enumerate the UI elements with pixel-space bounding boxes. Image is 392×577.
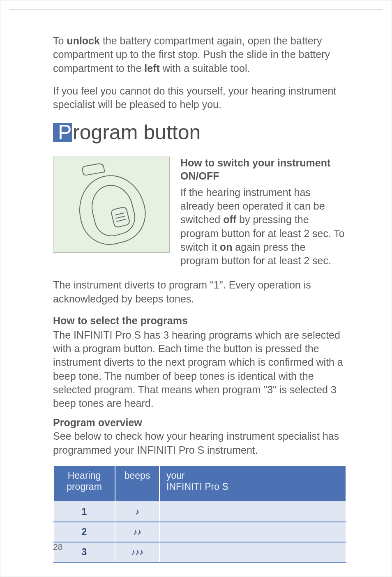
cell-program-num: 3	[53, 542, 115, 562]
text: Hearing	[68, 470, 101, 481]
onoff-title: How to switch your instrument ON/OFF	[180, 157, 346, 182]
device-tab-icon	[81, 163, 105, 176]
device-body-icon	[71, 168, 152, 251]
select-body: The INFINITI Pro S has 3 hearing program…	[53, 328, 346, 411]
device-inner-icon	[87, 180, 139, 240]
device-illustration	[53, 157, 170, 253]
onoff-body: If the hearing instrument has already be…	[180, 186, 346, 268]
heading-first-char: P	[55, 120, 76, 144]
table-row: 1 ♪	[53, 502, 346, 522]
cell-program-num: 2	[53, 522, 115, 542]
text: To	[53, 35, 67, 46]
image-text-row: How to switch your instrument ON/OFF If …	[53, 157, 346, 268]
th-hearing-program: Hearing program	[53, 466, 115, 502]
th-beeps: beeps	[115, 466, 159, 502]
table-row: 3 ♪♪♪	[53, 542, 346, 562]
cell-beeps: ♪♪♪	[115, 542, 159, 562]
th-your-device: your INFINITI Pro S	[159, 466, 346, 502]
text: INFINITI Pro S	[166, 481, 228, 492]
page-number: 28	[53, 542, 62, 552]
divert-para: The instrument diverts to program "1". E…	[53, 278, 346, 306]
overview-body: See below to check how your hearing inst…	[53, 429, 346, 457]
bold-off: off	[223, 214, 236, 225]
table-row: 2 ♪♪	[53, 522, 346, 542]
bold-unlock: unlock	[67, 35, 100, 46]
section-heading-wrap: Program button	[53, 120, 346, 144]
select-title: How to select the programs	[53, 315, 346, 327]
text: your	[166, 470, 185, 481]
cell-user-value	[159, 542, 346, 562]
heading-rest: rogram button	[73, 121, 201, 144]
program-table: Hearing program beeps your INFINITI Pro …	[53, 465, 346, 563]
intro-para-1: To unlock the battery compartment again,…	[53, 34, 346, 75]
overview-title: Program overview	[53, 417, 346, 429]
table-header-row: Hearing program beeps your INFINITI Pro …	[53, 466, 346, 502]
device-button-icon	[110, 206, 131, 228]
bold-left: left	[144, 62, 160, 74]
cell-user-value	[159, 522, 346, 542]
cell-beeps: ♪♪	[115, 522, 159, 542]
onoff-text: How to switch your instrument ON/OFF If …	[180, 157, 346, 268]
section-heading: Program button	[55, 120, 201, 144]
top-rule	[9, 9, 383, 10]
bold-on: on	[220, 241, 233, 253]
cell-user-value	[159, 502, 346, 522]
cell-beeps: ♪	[115, 502, 159, 522]
intro-para-2: If you feel you cannot do this yourself,…	[53, 84, 346, 112]
text: with a suitable tool.	[160, 62, 250, 74]
cell-program-num: 1	[53, 502, 115, 522]
document-page: To unlock the battery compartment again,…	[0, 0, 392, 577]
text: program	[67, 481, 102, 492]
